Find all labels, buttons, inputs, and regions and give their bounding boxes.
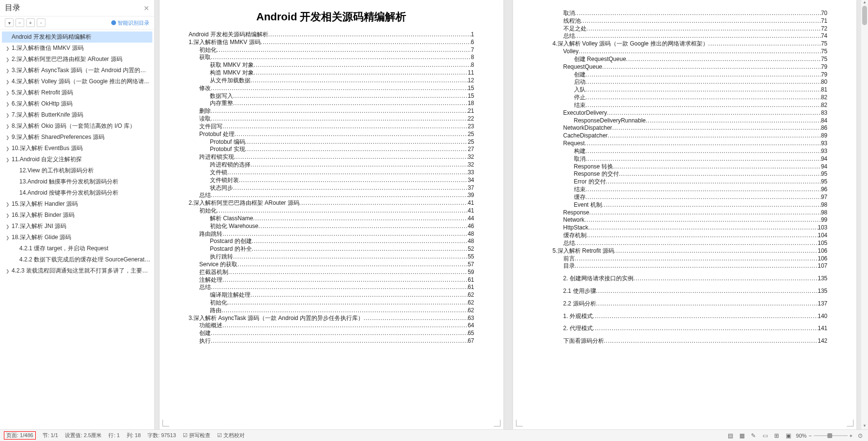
toc-entry: 跨进程锁的选择.................................… (189, 161, 474, 169)
outline-item-label: 5.深入解析 Retrofit 源码 (12, 89, 73, 97)
toc-text: Network (542, 216, 585, 224)
position-indicator: 设置值: 2.5厘米 (65, 432, 102, 439)
toc-text: 编译期注解处理 (189, 291, 250, 299)
outline-item[interactable]: ❯8.深入解析 Okio 源码（一套简洁高效的 I/O 库） (2, 121, 152, 132)
view-mode-5-icon[interactable]: ⊞ (773, 432, 780, 440)
smart-recognize-button[interactable]: 智能识别目录 (111, 19, 149, 27)
outline-item[interactable]: ❯17.深入解析 JNI 源码 (2, 221, 152, 232)
view-mode-4-icon[interactable]: ▭ (761, 432, 769, 440)
outline-item[interactable]: 12.View 的工作机制源码分析 (2, 165, 152, 176)
scroll-thumb[interactable] (862, 6, 867, 25)
toc-text: Protobuf 编码 (189, 138, 245, 146)
toc-entry: 4.深入解析 Volley 源码（一款 Google 推出的网络请求框架）...… (542, 40, 828, 48)
spellcheck-button[interactable]: ☑拼写检查 (183, 432, 210, 439)
toc-text: Protobuf 处理 (189, 131, 235, 138)
scroll-down-icon[interactable]: ▼ (862, 424, 868, 429)
toc-leader: ........................................… (250, 291, 468, 299)
outline-list: Android 开发相关源码精编解析❯1.深入解析微信 MMKV 源码❯2.深入… (0, 30, 154, 429)
toc-text: Response (542, 209, 589, 217)
toc-page-number: 8 (471, 61, 474, 69)
outline-item[interactable]: ❯11.Android 自定义注解初探 (2, 154, 152, 165)
toc-text: 2.2 源码分析 (542, 300, 596, 308)
close-icon[interactable]: ✕ (144, 4, 149, 12)
vertical-scrollbar[interactable]: ▲ ▼ (861, 0, 868, 429)
scroll-up-icon[interactable]: ▲ (862, 0, 868, 6)
doccheck-button[interactable]: ☑文档校对 (217, 432, 245, 439)
toc-page-number: 94 (821, 163, 827, 171)
toc-page-number: 89 (821, 132, 827, 140)
toc-entry: 注解处理....................................… (189, 276, 474, 284)
zoom-slider[interactable]: 90% − + (796, 433, 853, 439)
toc-leader: ........................................… (228, 269, 468, 276)
toc-text: 4.深入解析 Volley 源码（一款 Google 推出的网络请求框架） (542, 40, 708, 48)
toc-text: 文件锁封装 (189, 177, 239, 184)
corner-mark (162, 420, 169, 426)
box-icon[interactable]: ▫ (37, 18, 45, 27)
collapse-icon[interactable]: ▾ (5, 18, 14, 27)
toc-text: 目录 (542, 262, 575, 270)
outline-item[interactable]: Android 开发相关源码精编解析 (2, 31, 152, 43)
outline-item[interactable]: ❯3.深入解析 AsyncTask 源码（一款 Android 内置的异... (2, 65, 152, 76)
toc-leader: ........................................… (364, 315, 468, 322)
outline-item[interactable]: ❯16.深入解析 Binder 源码 (2, 210, 152, 221)
toc-page-number: 23 (468, 123, 474, 131)
outline-item[interactable]: ❯1.深入解析微信 MMKV 源码 (2, 43, 152, 54)
toc-text: HttpStack (542, 224, 588, 232)
toc-leader: ........................................… (593, 325, 818, 333)
settings-icon[interactable]: ⊙ (856, 432, 864, 440)
toc-page-number: 41 (468, 207, 474, 215)
toc-text: 解析 ClassName (189, 215, 253, 223)
toc-entry: 获取......................................… (189, 54, 474, 61)
toc-entry: CacheDispatcher.........................… (542, 132, 828, 140)
outline-item[interactable]: ❯6.深入解析 OkHttp 源码 (2, 98, 152, 109)
outline-item[interactable]: ❯2.深入解析阿里巴巴路由框架 ARouter 源码 (2, 54, 152, 65)
sidebar-title: 目录 (5, 3, 20, 13)
outline-item[interactable]: 4.2.2 数据下载完成后的缓存处理 SourceGenerator.o... (2, 254, 152, 265)
view-mode-2-icon[interactable]: ▦ (738, 432, 746, 440)
toc-text: 3.深入解析 AsyncTask 源码（一款 Android 内置的异步任务执行… (189, 315, 364, 322)
toc-text: 删除 (189, 107, 211, 115)
outline-item[interactable]: ❯4.2.3 装载流程回调通知这里就不打算多讲了，主要线... (2, 265, 152, 276)
outline-item[interactable]: ❯18.深入解析 Glide 源码 (2, 232, 152, 243)
page-indicator[interactable]: 页面: 1/486 (4, 431, 36, 440)
toc-page-number: 62 (468, 291, 474, 299)
toc-page-number: 37 (468, 184, 474, 192)
toc-entry: 2.2 源码分析................................… (542, 300, 828, 308)
view-mode-3-icon[interactable]: ✎ (750, 432, 757, 440)
outline-item[interactable]: ❯7.深入解析 ButterKnife 源码 (2, 109, 152, 121)
toc-entry: 编译期注解处理.................................… (189, 291, 474, 299)
outline-item[interactable]: ❯5.深入解析 Retrofit 源码 (2, 87, 152, 98)
toc-entry: Request.................................… (542, 140, 828, 148)
outline-item[interactable]: ❯15.深入解析 Handler 源码 (2, 198, 152, 210)
toc-leader: ........................................… (586, 186, 821, 194)
toc-page-number: 61 (468, 284, 474, 291)
toc-leader: ........................................… (211, 115, 468, 123)
toc-entry: 停止......................................… (542, 94, 828, 102)
outline-item[interactable]: 13.Android 触摸事件分发机制源码分析 (2, 176, 152, 187)
toc-entry: 数据写入....................................… (189, 92, 474, 100)
toc-leader: ........................................… (602, 201, 821, 209)
toc-entry: Android 开发相关源码精编解析......................… (189, 31, 474, 39)
page-2: 取消......................................… (513, 0, 857, 429)
toc-page-number: 62 (468, 299, 474, 307)
toc-leader: ........................................… (254, 69, 468, 77)
toc-text: 拦截器机制 (189, 269, 228, 276)
toc-leader: ........................................… (596, 300, 818, 308)
view-mode-1-icon[interactable]: ▤ (726, 432, 734, 440)
outline-item[interactable]: ❯9.深入解析 SharedPreferences 源码 (2, 132, 152, 143)
plus-icon[interactable]: + (26, 18, 35, 27)
toc-page-number: 63 (468, 315, 474, 322)
outline-item[interactable]: ❯4.深入解析 Volley 源码（一款 Google 推出的网络请... (2, 76, 152, 87)
outline-item[interactable]: 4.2.1 缓存 target，并启动 Request (2, 243, 152, 254)
toc-leader: ........................................… (234, 153, 468, 161)
toc-entry: 初始化 Warehouse...........................… (189, 223, 474, 230)
char-count: 字数: 97513 (147, 432, 176, 439)
toc-leader: ........................................… (258, 223, 468, 230)
toc-text: 跨进程锁的选择 (189, 161, 250, 169)
toc-leader: ........................................… (222, 230, 468, 238)
outline-item[interactable]: 14.Android 按键事件分发机制源码分析 (2, 187, 152, 198)
minus-icon[interactable]: − (15, 18, 24, 27)
toc-entry: HttpStack...............................… (542, 224, 828, 232)
outline-item[interactable]: ❯10.深入解析 EventBus 源码 (2, 143, 152, 154)
view-mode-6-icon[interactable]: ▣ (784, 432, 792, 440)
